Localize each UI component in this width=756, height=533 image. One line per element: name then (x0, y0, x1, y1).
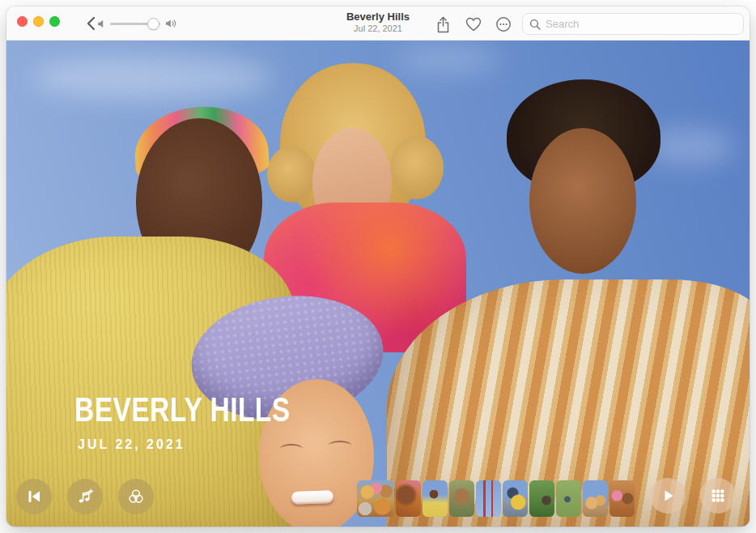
music-notes-plus-icon (76, 488, 94, 505)
thumb-selfie-sky[interactable] (583, 480, 608, 517)
skip-to-start-icon (26, 488, 42, 505)
titlebar: Beverly Hills Jul 22, 2021 (6, 6, 750, 41)
thumb-current-group[interactable] (357, 480, 394, 517)
grid-icon (710, 488, 726, 504)
grid-button[interactable] (700, 478, 736, 514)
thumb-orange-pair[interactable] (609, 480, 635, 517)
ellipsis-circle-icon (495, 16, 512, 32)
memory-cover-photo: BEVERLY HILLS JUL 22, 2021 (6, 41, 750, 527)
person-center-curl (390, 136, 444, 199)
memory-title: BEVERLY HILLS (74, 390, 291, 429)
close-button[interactable] (17, 16, 28, 27)
zoom-button[interactable] (49, 16, 60, 27)
chevron-left-icon (86, 16, 96, 31)
restart-button[interactable] (16, 479, 52, 514)
play-button[interactable] (650, 478, 686, 514)
window-subtitle: Jul 22, 2021 (346, 23, 410, 35)
volume-high-icon (165, 19, 177, 28)
heart-icon (465, 17, 482, 32)
search-input[interactable] (546, 18, 737, 30)
window-title-block: Beverly Hills Jul 22, 2021 (346, 11, 410, 35)
thumb-olive-portrait[interactable] (449, 480, 474, 517)
photos-memory-window: Beverly Hills Jul 22, 2021 (6, 6, 750, 527)
thumb-greenery[interactable] (529, 480, 554, 517)
more-button[interactable] (493, 14, 514, 35)
share-button[interactable] (432, 14, 453, 35)
memory-date: JUL 22, 2021 (78, 437, 185, 452)
play-icon (660, 488, 676, 504)
favorite-button[interactable] (463, 14, 484, 35)
volume-knob[interactable] (147, 18, 159, 30)
person-front-smile (291, 490, 334, 505)
volume-slider[interactable] (110, 23, 160, 25)
window-title: Beverly Hills (346, 11, 410, 23)
cloud (31, 55, 274, 100)
thumbnail-strip[interactable] (357, 480, 635, 517)
volume-control (97, 6, 177, 41)
memory-looks-button[interactable] (118, 479, 154, 514)
thumb-red-ladder[interactable] (476, 480, 501, 517)
person-front-eye (329, 441, 351, 450)
person-center-curl (267, 146, 316, 203)
person-right-face (529, 128, 636, 274)
search-field[interactable] (522, 13, 744, 35)
person-front-eye (280, 444, 303, 454)
cloud (395, 45, 500, 73)
share-icon (436, 16, 450, 33)
color-filters-icon (127, 488, 145, 505)
add-music-button[interactable] (67, 479, 103, 514)
thumb-portrait-orange[interactable] (396, 480, 421, 517)
volume-low-icon (97, 19, 105, 28)
search-icon (529, 19, 541, 30)
thumb-yellow-shirt[interactable] (423, 480, 448, 517)
thumb-green-field[interactable] (556, 480, 581, 517)
thumb-yellow-bag[interactable] (503, 480, 528, 517)
minimize-button[interactable] (33, 16, 44, 27)
